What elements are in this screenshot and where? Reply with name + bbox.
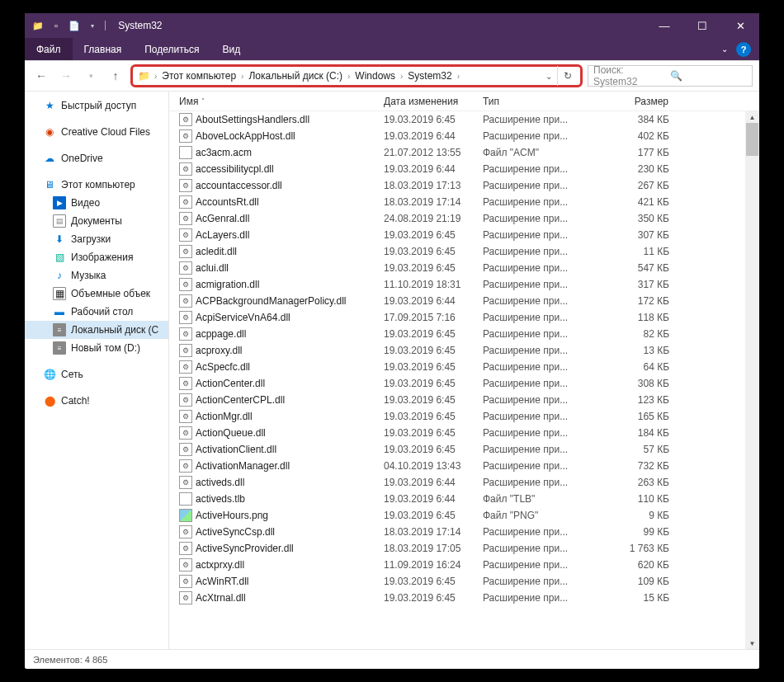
breadcrumb-item[interactable]: Windows [353, 70, 397, 82]
file-row[interactable]: acmigration.dll11.10.2019 18:31Расширени… [169, 276, 745, 293]
file-row[interactable]: ActivationClient.dll19.03.2019 6:45Расши… [169, 441, 745, 458]
minimize-button[interactable]: — [645, 13, 683, 38]
refresh-icon[interactable]: ↻ [557, 66, 577, 86]
file-row[interactable]: AcLayers.dll19.03.2019 6:45Расширение пр… [169, 227, 745, 243]
scroll-thumb[interactable] [746, 123, 758, 156]
nav-recent-dropdown[interactable]: ▾ [81, 66, 101, 86]
sidebar-item[interactable]: ▦Объемные объек [25, 285, 168, 303]
breadcrumb-item[interactable]: Локальный диск (C:) [247, 70, 344, 82]
file-row[interactable]: AcSpecfc.dll19.03.2019 6:45Расширение пр… [169, 359, 745, 375]
file-icon [179, 575, 192, 588]
sidebar-quick-access[interactable]: ★Быстрый доступ [25, 96, 168, 115]
file-date: 19.03.2019 6:44 [379, 477, 478, 488]
file-row[interactable]: ac3acm.acm21.07.2012 13:55Файл "ACM"177 … [169, 144, 745, 161]
drive-icon: ≡ [53, 341, 66, 355]
nav-forward-button[interactable]: → [56, 66, 76, 86]
file-row[interactable]: ActiveHours.png19.03.2019 6:45Файл "PNG"… [169, 507, 745, 524]
search-input[interactable]: Поиск: System32 🔍 [588, 65, 753, 87]
breadcrumb-item[interactable]: System32 [406, 70, 453, 82]
help-icon[interactable]: ? [736, 42, 751, 57]
sidebar-item[interactable]: ▤Документы [25, 212, 168, 230]
file-row[interactable]: ActivationManager.dll04.10.2019 13:43Рас… [169, 458, 745, 474]
file-type: Расширение при... [478, 163, 592, 175]
chevron-right-icon[interactable]: › [153, 72, 158, 81]
scrollbar[interactable]: ▲ ▼ [745, 111, 759, 649]
sidebar-creative-cloud[interactable]: ◉Creative Cloud Files [25, 123, 168, 141]
nav-up-button[interactable]: ↑ [106, 66, 125, 86]
file-row[interactable]: activeds.dll19.03.2019 6:44Расширение пр… [169, 474, 745, 491]
qat-dropdown-icon[interactable]: ▾ [86, 19, 99, 32]
address-bar[interactable]: 📁 › Этот компьютер › Локальный диск (C:)… [130, 64, 583, 87]
file-icon [179, 344, 192, 357]
file-row[interactable]: AcGenral.dll24.08.2019 21:19Расширение п… [169, 210, 745, 227]
file-row[interactable]: actxprxy.dll11.09.2019 16:24Расширение п… [169, 557, 745, 573]
file-name: activeds.dll [196, 477, 244, 488]
sidebar-item[interactable]: ▧Изображения [25, 248, 168, 266]
file-row[interactable]: AccountsRt.dll18.03.2019 17:14Расширение… [169, 194, 745, 210]
file-row[interactable]: ActiveSyncProvider.dll18.03.2019 17:05Ра… [169, 540, 745, 557]
breadcrumb-item[interactable]: Этот компьютер [160, 70, 238, 82]
file-row[interactable]: ACPBackgroundManagerPolicy.dll19.03.2019… [169, 293, 745, 309]
column-header-name[interactable]: Имя˄ [174, 96, 379, 107]
sidebar-item[interactable]: ≡Новый том (D:) [25, 339, 168, 357]
file-row[interactable]: accessibilitycpl.dll19.03.2019 6:44Расши… [169, 161, 745, 177]
column-header-size[interactable]: Размер [592, 96, 674, 107]
file-row[interactable]: ActionCenterCPL.dll19.03.2019 6:45Расшир… [169, 392, 745, 408]
file-icon [179, 476, 192, 489]
file-row[interactable]: ActionCenter.dll19.03.2019 6:45Расширени… [169, 375, 745, 392]
ribbon-tab-share[interactable]: Поделиться [133, 38, 210, 60]
scroll-down-icon[interactable]: ▼ [745, 637, 759, 649]
nav-back-button[interactable]: ← [31, 66, 51, 86]
file-row[interactable]: acledit.dll19.03.2019 6:45Расширение при… [169, 243, 745, 260]
chevron-right-icon[interactable]: › [239, 72, 245, 81]
sidebar-network[interactable]: 🌐Сеть [25, 365, 168, 383]
sidebar-item[interactable]: ⬇Загрузки [25, 230, 168, 248]
close-button[interactable]: ✕ [721, 13, 759, 38]
scroll-up-icon[interactable]: ▲ [745, 111, 759, 123]
file-name: ActiveSyncCsp.dll [196, 526, 275, 538]
file-size: 384 КБ [592, 114, 674, 125]
file-row[interactable]: ActionQueue.dll19.03.2019 6:45Расширение… [169, 425, 745, 441]
ribbon-file[interactable]: Файл [25, 38, 73, 60]
sidebar-catch[interactable]: ⬤Catch! [25, 392, 168, 410]
file-row[interactable]: AboutSettingsHandlers.dll19.03.2019 6:45… [169, 111, 745, 128]
qat-properties-icon[interactable]: ▫ [50, 19, 63, 32]
file-name: ActionMgr.dll [196, 411, 253, 422]
sidebar-onedrive[interactable]: ☁OneDrive [25, 149, 168, 167]
sidebar-item[interactable]: ≡Локальный диск (С [25, 321, 168, 339]
file-row[interactable]: AcWinRT.dll19.03.2019 6:45Расширение при… [169, 573, 745, 590]
column-header-type[interactable]: Тип [478, 96, 592, 107]
sidebar-this-pc[interactable]: 🖥Этот компьютер [25, 176, 168, 194]
file-icon [179, 525, 192, 539]
ribbon-tab-home[interactable]: Главная [73, 38, 134, 60]
file-icon [179, 261, 192, 275]
sidebar-item[interactable]: ▬Рабочий стол [25, 303, 168, 321]
file-row[interactable]: AboveLockAppHost.dll19.03.2019 6:44Расши… [169, 128, 745, 144]
ribbon: Файл Главная Поделиться Вид ⌄ ? [25, 38, 759, 61]
file-row[interactable]: aclui.dll19.03.2019 6:45Расширение при..… [169, 260, 745, 276]
ribbon-expand-icon[interactable]: ⌄ [721, 45, 728, 54]
file-date: 19.03.2019 6:45 [379, 246, 478, 257]
chevron-right-icon[interactable]: › [346, 72, 352, 81]
file-name: AboutSettingsHandlers.dll [196, 114, 309, 125]
file-row[interactable]: accountaccessor.dll18.03.2019 17:13Расши… [169, 177, 745, 194]
file-row[interactable]: acproxy.dll19.03.2019 6:45Расширение при… [169, 342, 745, 359]
file-row[interactable]: activeds.tlb19.03.2019 6:44Файл "TLB"110… [169, 491, 745, 507]
ribbon-tab-view[interactable]: Вид [210, 38, 252, 60]
file-row[interactable]: AcpiServiceVnA64.dll17.09.2015 7:16Расши… [169, 309, 745, 326]
column-header-date[interactable]: Дата изменения [379, 96, 478, 107]
maximize-button[interactable]: ☐ [683, 13, 721, 38]
sidebar-item[interactable]: ♪Музыка [25, 266, 168, 285]
file-name: acledit.dll [196, 246, 237, 257]
column-headers: Имя˄ Дата изменения Тип Размер [169, 92, 759, 111]
address-dropdown-icon[interactable]: ⌄ [542, 72, 555, 81]
chevron-right-icon[interactable]: › [399, 72, 404, 81]
file-row[interactable]: ActionMgr.dll19.03.2019 6:45Расширение п… [169, 408, 745, 425]
file-row[interactable]: AcXtrnal.dll19.03.2019 6:45Расширение пр… [169, 590, 745, 606]
file-row[interactable]: ActiveSyncCsp.dll18.03.2019 17:14Расшире… [169, 524, 745, 540]
chevron-right-icon[interactable]: › [456, 72, 461, 81]
file-date: 19.03.2019 6:45 [379, 576, 478, 587]
qat-new-folder-icon[interactable]: 📄 [68, 19, 81, 32]
file-row[interactable]: acppage.dll19.03.2019 6:45Расширение при… [169, 326, 745, 342]
sidebar-item[interactable]: ▶Видео [25, 194, 168, 212]
